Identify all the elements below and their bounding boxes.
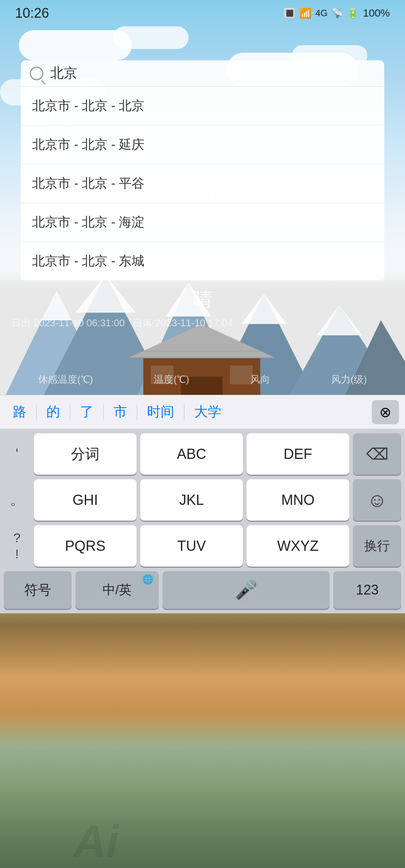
- key-backspace[interactable]: ⌫: [353, 433, 401, 475]
- search-bar[interactable]: 北京: [21, 60, 384, 87]
- search-icon: [30, 67, 43, 80]
- dropdown-item-0[interactable]: 北京市 - 北京 - 北京: [21, 87, 384, 125]
- key-mic[interactable]: 🎤: [163, 571, 330, 609]
- key-123[interactable]: 123: [333, 571, 401, 609]
- keyboard-row-4: 符号 中/英 🌐 🎤 123: [0, 571, 405, 609]
- suggestion-0[interactable]: 路: [6, 400, 33, 424]
- signal-icon: 4G: [315, 8, 327, 18]
- sep-3: [137, 405, 137, 420]
- svg-marker-2: [41, 290, 72, 320]
- sep-2: [103, 405, 104, 420]
- vibrate-icon: 🔳: [284, 8, 296, 19]
- key-exclaim[interactable]: !: [15, 547, 18, 561]
- left-char-col-2: 。: [4, 479, 30, 521]
- dropdown-item-1[interactable]: 北京市 - 北京 - 延庆: [21, 125, 384, 164]
- key-return[interactable]: 换行: [353, 525, 401, 567]
- lang-label: 中/英: [103, 581, 132, 599]
- key-symbol[interactable]: 符号: [4, 571, 72, 609]
- svg-marker-4: [75, 275, 136, 313]
- key-GHI[interactable]: GHI: [34, 479, 137, 521]
- suggestion-5[interactable]: 大学: [187, 400, 228, 424]
- key-question[interactable]: ?: [14, 530, 21, 545]
- svg-marker-10: [317, 305, 362, 335]
- emoji-icon: ☺: [367, 489, 387, 511]
- suggestion-3[interactable]: 市: [107, 400, 134, 424]
- footer-feel: 休感温度(℃): [38, 373, 93, 386]
- suggestion-bar: 路 的 了 市 时间 大学 ⊗: [0, 395, 405, 429]
- footer-wind-level: 风力(级): [331, 373, 367, 386]
- key-emoji[interactable]: ☺: [353, 479, 401, 521]
- sep-0: [36, 405, 37, 420]
- keyboard-row-1: ' 分词 ABC DEF ⌫: [0, 433, 405, 475]
- delete-circle-icon: ⊗: [379, 404, 391, 420]
- weather-footer-bar: 休感温度(℃) 温度(℃) 风向 风力(级): [0, 373, 405, 386]
- sep-1: [70, 405, 70, 420]
- keyboard-row-3: ? ! PQRS TUV WXYZ 换行: [0, 525, 405, 567]
- mic-icon: 🎤: [235, 579, 258, 601]
- wifi-icon: 📶: [299, 8, 311, 19]
- battery-icon: 🔋: [347, 8, 359, 19]
- network-icon: 📡: [331, 8, 343, 19]
- key-WXYZ[interactable]: WXYZ: [247, 525, 349, 567]
- dropdown-item-3[interactable]: 北京市 - 北京 - 海淀: [21, 203, 384, 242]
- sep-4: [184, 405, 184, 420]
- keyboard: ' 分词 ABC DEF ⌫ 。 GHI JKL MNO ☺ ? ! PQRS …: [0, 429, 405, 613]
- backspace-icon: ⌫: [366, 445, 388, 463]
- ai-watermark: Ai: [74, 815, 119, 867]
- status-icons: 🔳 📶 4G 📡 🔋 100%: [284, 7, 390, 19]
- key-fenCI[interactable]: 分词: [34, 433, 137, 475]
- footer-wind-dir: 风向: [250, 373, 270, 386]
- footer-temp: 温度(℃): [154, 373, 189, 386]
- key-PQRS[interactable]: PQRS: [34, 525, 137, 567]
- key-ABC[interactable]: ABC: [140, 433, 243, 475]
- battery-percent: 100%: [363, 7, 390, 19]
- left-char-col-1: ': [4, 433, 30, 475]
- globe-icon: 🌐: [142, 574, 153, 585]
- dropdown-item-2[interactable]: 北京市 - 北京 - 平谷: [21, 164, 384, 203]
- key-period[interactable]: 。: [4, 479, 30, 521]
- key-lang[interactable]: 中/英 🌐: [75, 571, 159, 609]
- weather-condition: 晴: [193, 286, 212, 313]
- weather-sunrise: 日出 2023-11-10 06:31:00 日落 2023-11-10 17:…: [11, 316, 233, 330]
- key-DEF[interactable]: DEF: [247, 433, 349, 475]
- key-MNO[interactable]: MNO: [247, 479, 349, 521]
- suggestion-2[interactable]: 了: [73, 400, 100, 424]
- dropdown-item-4[interactable]: 北京市 - 北京 - 东城: [21, 242, 384, 280]
- search-dropdown: 北京市 - 北京 - 北京 北京市 - 北京 - 延庆 北京市 - 北京 - 平…: [21, 87, 384, 280]
- suggestion-1[interactable]: 的: [40, 400, 67, 424]
- suggestion-4[interactable]: 时间: [140, 400, 181, 424]
- key-TUV[interactable]: TUV: [140, 525, 243, 567]
- suggestion-delete-btn[interactable]: ⊗: [372, 400, 399, 424]
- key-apostrophe[interactable]: ': [4, 433, 30, 475]
- status-time: 10:26: [15, 5, 49, 21]
- search-input[interactable]: 北京: [50, 64, 77, 83]
- key-JKL[interactable]: JKL: [140, 479, 243, 521]
- left-char-col-3: ? !: [4, 525, 30, 567]
- keyboard-row-2: 。 GHI JKL MNO ☺: [0, 479, 405, 521]
- status-bar: 10:26 🔳 📶 4G 📡 🔋 100%: [0, 0, 405, 26]
